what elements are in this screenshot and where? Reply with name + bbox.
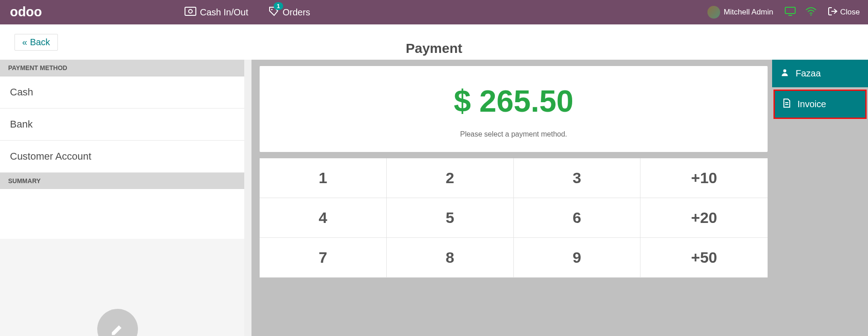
amount-display: $ 265.50 [269, 83, 759, 118]
orders-badge: 1 [274, 2, 283, 10]
svg-rect-1 [185, 7, 196, 15]
numpad-4[interactable]: 4 [260, 198, 387, 238]
cash-in-out-button[interactable]: Cash In/Out [185, 7, 248, 18]
user-name: Mitchell Admin [724, 8, 773, 17]
numpad-7[interactable]: 7 [260, 238, 387, 278]
numpad-plus50[interactable]: +50 [640, 238, 768, 278]
customer-label: Fazaa [796, 68, 821, 79]
numpad-3[interactable]: 3 [514, 158, 641, 198]
numpad: 1 2 3 +10 4 5 6 +20 7 8 9 +50 [260, 158, 768, 278]
document-icon [782, 98, 791, 110]
chevron-left-icon: « [22, 37, 27, 47]
svg-rect-4 [785, 7, 795, 14]
monitor-icon[interactable] [784, 6, 796, 18]
avatar [707, 6, 720, 19]
cash-icon [185, 7, 196, 18]
svg-point-2 [189, 9, 192, 13]
numpad-2[interactable]: 2 [387, 158, 514, 198]
odoo-logo[interactable]: odoo [8, 5, 58, 20]
invoice-label: Invoice [797, 99, 826, 109]
logout-icon [828, 6, 838, 19]
page-title-text: Payment [0, 41, 868, 56]
scrollbar-gap [244, 60, 251, 336]
numpad-6[interactable]: 6 [514, 198, 641, 238]
amount-card: $ 265.50 Please select a payment method. [260, 66, 768, 152]
subheader: « Back Payment [0, 24, 868, 60]
numpad-5[interactable]: 5 [387, 198, 514, 238]
payment-method-cash[interactable]: Cash [0, 76, 244, 109]
close-button[interactable]: Close [828, 6, 860, 19]
numpad-plus10[interactable]: +10 [640, 158, 768, 198]
user-icon [780, 68, 789, 79]
invoice-button[interactable]: Invoice [774, 90, 866, 118]
customer-button[interactable]: Fazaa [772, 60, 868, 87]
orders-button[interactable]: 1 Orders [268, 6, 310, 19]
back-label: Back [30, 37, 50, 47]
status-icons [784, 6, 817, 18]
payment-method-customer-account[interactable]: Customer Account [0, 141, 244, 173]
wifi-icon[interactable] [805, 6, 817, 18]
summary-area [0, 239, 244, 336]
payment-hint: Please select a payment method. [269, 130, 759, 138]
numpad-1[interactable]: 1 [260, 158, 387, 198]
user-menu[interactable]: Mitchell Admin [707, 6, 773, 19]
numpad-plus20[interactable]: +20 [640, 198, 768, 238]
page-title: Payment [0, 28, 868, 56]
back-button[interactable]: « Back [14, 34, 58, 51]
summary-empty [0, 189, 244, 239]
numpad-8[interactable]: 8 [387, 238, 514, 278]
svg-point-3 [271, 9, 272, 10]
summary-header: SUMMARY [0, 173, 244, 189]
numpad-9[interactable]: 9 [514, 238, 641, 278]
close-label: Close [840, 8, 860, 17]
svg-point-6 [810, 14, 811, 16]
cash-in-out-label: Cash In/Out [200, 7, 248, 18]
edit-button[interactable] [97, 309, 138, 336]
left-panel: PAYMENT METHOD Cash Bank Customer Accoun… [0, 60, 244, 336]
tag-icon: 1 [268, 6, 279, 19]
main-area: PAYMENT METHOD Cash Bank Customer Accoun… [0, 60, 868, 336]
svg-text:odoo: odoo [10, 5, 42, 19]
orders-label: Orders [283, 7, 310, 18]
center-panel: $ 265.50 Please select a payment method.… [251, 60, 772, 336]
right-panel: Fazaa Invoice [772, 60, 868, 336]
top-navbar: odoo Cash In/Out 1 Orders Mitchell Admin… [0, 0, 868, 24]
svg-point-7 [783, 69, 787, 72]
payment-method-bank[interactable]: Bank [0, 109, 244, 141]
payment-method-header: PAYMENT METHOD [0, 60, 244, 76]
